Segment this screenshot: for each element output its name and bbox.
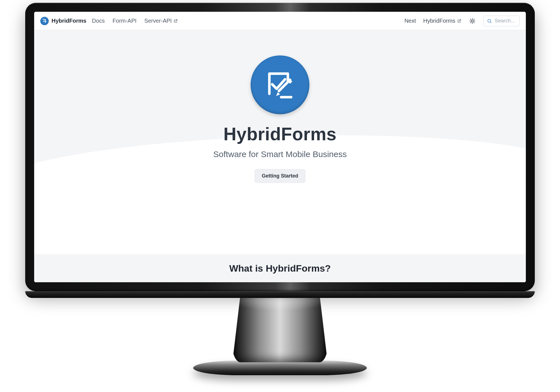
brand-logo-icon	[40, 17, 49, 25]
search-input[interactable]: Search...	[483, 16, 520, 26]
search-icon	[487, 18, 492, 24]
topbar: HybridForms Docs Form-API Server-API Nex…	[34, 12, 526, 30]
section-heading: What is HybridForms?	[229, 263, 331, 274]
what-is-section: What is HybridForms?	[34, 254, 526, 282]
monitor-chin	[25, 291, 535, 298]
svg-line-7	[470, 22, 471, 23]
svg-line-5	[470, 19, 471, 20]
hero-title: HybridForms	[223, 124, 337, 144]
hero-logo-icon	[251, 55, 309, 114]
theme-toggle-button[interactable]	[469, 17, 476, 25]
search-placeholder: Search...	[495, 18, 515, 24]
primary-nav: Docs Form-API Server-API	[92, 18, 178, 24]
monitor-base	[193, 361, 367, 375]
svg-point-0	[471, 20, 473, 22]
svg-line-10	[490, 22, 491, 23]
svg-line-6	[474, 22, 474, 23]
nav-hybridforms-external[interactable]: HybridForms	[423, 18, 461, 24]
brand-name: HybridForms	[52, 18, 86, 24]
nav-server-api[interactable]: Server-API	[144, 18, 178, 24]
monitor-mockup: HybridForms Docs Form-API Server-API Nex…	[25, 3, 535, 375]
brand-home-link[interactable]: HybridForms	[40, 17, 86, 25]
hero-subtitle: Software for Smart Mobile Business	[213, 150, 347, 159]
nav-next[interactable]: Next	[404, 18, 416, 24]
monitor-bezel: HybridForms Docs Form-API Server-API Nex…	[25, 3, 535, 291]
screen: HybridForms Docs Form-API Server-API Nex…	[34, 12, 526, 282]
svg-line-8	[474, 19, 474, 20]
monitor-neck	[232, 298, 328, 362]
getting-started-button[interactable]: Getting Started	[255, 169, 305, 183]
nav-form-api[interactable]: Form-API	[113, 18, 137, 24]
external-link-icon	[173, 19, 178, 23]
svg-point-9	[488, 19, 491, 22]
nav-docs[interactable]: Docs	[92, 18, 105, 24]
hero-section: HybridForms Software for Smart Mobile Bu…	[34, 30, 526, 282]
sun-icon	[469, 18, 475, 24]
topbar-right: Next HybridForms	[404, 16, 520, 26]
external-link-icon	[457, 19, 461, 23]
